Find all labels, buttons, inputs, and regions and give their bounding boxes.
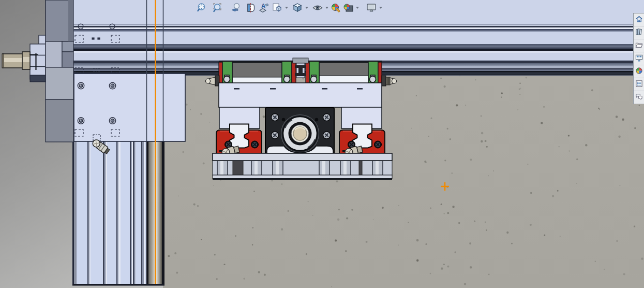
heads-up-view-toolbar: A bbox=[196, 1, 387, 15]
previous-view-button[interactable] bbox=[229, 2, 242, 14]
bearing[interactable] bbox=[281, 115, 319, 153]
books-icon bbox=[635, 28, 643, 38]
apply-scene-button[interactable] bbox=[342, 2, 354, 14]
extrusion-bottom-edge bbox=[72, 284, 164, 286]
appearance-ball-icon bbox=[330, 7, 342, 16]
center-bracket bbox=[293, 58, 308, 78]
drawing-view-icon: A bbox=[258, 7, 270, 16]
hide-show-items-dropdown-arrow[interactable] bbox=[325, 7, 328, 9]
view-orientation-button[interactable] bbox=[271, 2, 283, 14]
cad-viewport[interactable]: A bbox=[0, 0, 644, 288]
view-settings-dropdown-arrow[interactable] bbox=[379, 7, 382, 9]
task-pane-tab-appearances-scenes[interactable] bbox=[634, 65, 644, 78]
linear-rail-carriage[interactable] bbox=[206, 58, 397, 180]
apply-scene-dropdown-arrow[interactable] bbox=[356, 7, 359, 9]
view-orientation-dropdown-arrow[interactable] bbox=[285, 7, 288, 9]
task-pane-tab-forum[interactable] bbox=[634, 91, 644, 104]
previous-view-icon bbox=[229, 7, 242, 16]
motor-mount-plate[interactable] bbox=[74, 74, 185, 141]
palette-icon bbox=[635, 54, 643, 64]
chat-icon bbox=[635, 93, 643, 103]
motor-front-plate bbox=[30, 44, 46, 79]
zoom-to-fit-button[interactable] bbox=[196, 2, 208, 14]
left-grease-nipple bbox=[206, 76, 220, 86]
task-pane-tab-file-explorer[interactable] bbox=[634, 39, 644, 52]
home-icon bbox=[635, 15, 643, 25]
mount-shading bbox=[68, 0, 73, 41]
display-style-button[interactable] bbox=[291, 2, 304, 14]
color-ball-icon bbox=[635, 67, 643, 77]
scene-ball-icon bbox=[342, 7, 354, 16]
edit-appearance-button[interactable] bbox=[330, 2, 342, 14]
folder-icon bbox=[635, 41, 643, 51]
beam-hidden-line-details bbox=[75, 24, 119, 73]
rail-bearing-blocks[interactable] bbox=[206, 58, 397, 86]
motor-body-block bbox=[46, 67, 73, 99]
svg-text:A: A bbox=[261, 3, 266, 10]
right-grease-nipple bbox=[382, 76, 397, 86]
rail-clamp-right[interactable] bbox=[339, 124, 385, 157]
origin-marker[interactable] bbox=[441, 182, 449, 191]
clamp-screw bbox=[251, 141, 259, 148]
task-pane-tab-resources-home[interactable] bbox=[634, 13, 644, 26]
ballscrew-bearing-block[interactable] bbox=[265, 108, 334, 155]
motor-body-upper bbox=[62, 41, 73, 52]
display-style-dropdown-arrow[interactable] bbox=[305, 7, 308, 9]
zoom-to-area-button[interactable] bbox=[212, 2, 224, 14]
task-pane-tab-view-palette[interactable] bbox=[634, 52, 644, 65]
display-style-icon bbox=[291, 7, 304, 16]
base-plate-standoffs[interactable] bbox=[213, 153, 392, 180]
task-pane-tab-custom-properties[interactable] bbox=[634, 78, 644, 91]
hide-show-items-button[interactable] bbox=[311, 2, 324, 14]
front-plate-cap bbox=[30, 75, 46, 82]
view-orientation-icon bbox=[271, 7, 283, 16]
view-settings-button[interactable] bbox=[365, 2, 378, 14]
3d-drawing-view-button[interactable]: A bbox=[258, 2, 270, 14]
stepper-motor[interactable] bbox=[2, 0, 73, 142]
section-view-button[interactable] bbox=[244, 2, 257, 14]
eye-icon bbox=[311, 7, 324, 16]
zoom-area-icon bbox=[212, 7, 224, 16]
clamp-screw bbox=[375, 141, 382, 148]
motor-step-piece bbox=[39, 35, 46, 44]
selected-edge-highlight[interactable] bbox=[155, 0, 156, 285]
task-pane-tabs bbox=[633, 13, 644, 104]
task-pane-tab-design-library[interactable] bbox=[634, 26, 644, 39]
model-geometry bbox=[0, 0, 644, 288]
carriage-plate[interactable] bbox=[219, 83, 382, 107]
zoom-fit-icon bbox=[196, 7, 208, 16]
section-view-icon bbox=[244, 7, 257, 16]
monitor-icon bbox=[365, 7, 378, 16]
list-icon bbox=[635, 80, 643, 90]
motor-body-lower bbox=[46, 99, 73, 142]
rail-clamp-left[interactable] bbox=[216, 124, 262, 157]
